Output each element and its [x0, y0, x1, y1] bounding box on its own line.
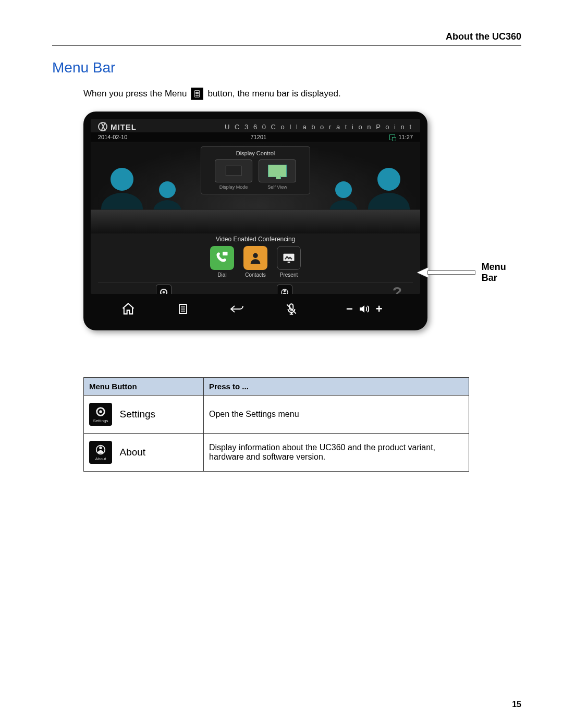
mic-mute-icon	[285, 302, 298, 316]
status-date: 2014-02-10	[98, 134, 127, 140]
conference-label: Video Enabled Conferencing	[91, 236, 420, 243]
hardware-nav: − +	[91, 294, 420, 317]
present-button[interactable]: Present	[277, 246, 301, 278]
display-control-panel: Display Control Display Mode Self View	[201, 146, 310, 194]
device-bezel: MITEL U C 3 6 0 C o l l a b o r a t i o …	[83, 112, 427, 330]
svg-rect-0	[223, 252, 227, 255]
product-name: U C 3 6 0 C o l l a b o r a t i o n P o …	[225, 123, 413, 131]
home-button[interactable]	[118, 301, 139, 317]
phone-icon	[215, 251, 229, 265]
table-header-col2: Press to ...	[204, 378, 469, 396]
self-view-button[interactable]: Self View	[259, 159, 296, 190]
table-row: Settings Settings Open the Settings menu	[84, 396, 469, 434]
svg-rect-2	[284, 254, 295, 261]
back-icon	[229, 302, 245, 316]
svg-point-7	[283, 290, 286, 292]
svg-point-1	[253, 253, 258, 258]
status-extension: 71201	[251, 134, 267, 140]
background-scene: Display Control Display Mode Self View	[91, 142, 420, 233]
speaker-icon	[357, 303, 372, 315]
monitor-icon	[226, 166, 241, 176]
volume-controls[interactable]: − +	[336, 301, 393, 317]
svg-point-17	[99, 446, 102, 449]
device-screen: MITEL U C 3 6 0 C o l l a b o r a t i o …	[91, 119, 420, 294]
volume-minus-icon: −	[346, 302, 353, 316]
person-icon	[248, 251, 263, 265]
mute-button[interactable]	[281, 301, 302, 317]
mitel-logo-icon	[98, 122, 107, 131]
action-row: Dial Contacts Present	[91, 246, 420, 278]
gear-icon	[159, 288, 168, 294]
about-icon	[280, 288, 289, 294]
device-figure: MITEL U C 3 6 0 C o l l a b o r a t i o …	[83, 112, 521, 330]
display-mode-button[interactable]: Display Mode	[215, 159, 252, 190]
callout-arrow-icon	[417, 270, 475, 275]
svg-point-5	[163, 291, 165, 294]
brand-text: MITEL	[111, 122, 137, 131]
table-row: About About Display information about th…	[84, 434, 469, 472]
present-icon	[282, 251, 296, 265]
menu-about-button[interactable]: About	[277, 285, 292, 294]
menu-button-icon	[191, 88, 203, 100]
status-time: 11:27	[398, 134, 413, 140]
dial-button[interactable]: Dial	[210, 246, 234, 278]
page-header: About the UC360	[52, 31, 521, 46]
back-button[interactable]	[227, 301, 248, 317]
table-header-col1: Menu Button	[84, 378, 204, 396]
svg-rect-3	[288, 262, 290, 263]
home-icon	[121, 302, 136, 316]
panel-title: Display Control	[205, 150, 305, 156]
intro-line: When you press the Menu button, the menu…	[83, 88, 521, 100]
menu-icon	[177, 302, 189, 316]
network-status-icon	[389, 134, 395, 140]
page-number: 15	[512, 700, 521, 709]
brand: MITEL	[98, 122, 137, 131]
menu-hw-button[interactable]	[173, 301, 193, 317]
self-view-icon	[268, 165, 287, 177]
intro-part2: button, the menu bar is displayed.	[207, 89, 340, 99]
callout-label: Menu Bar	[482, 262, 521, 283]
about-icon: About	[89, 441, 112, 464]
status-bar: 2014-02-10 71201 11:27	[91, 132, 420, 142]
intro-part1: When you press the Menu	[83, 89, 187, 99]
volume-plus-icon: +	[376, 302, 383, 316]
menu-bar: Settings About ?	[98, 282, 413, 294]
row-desc: Display information about the UC360 and …	[204, 434, 469, 472]
help-icon[interactable]: ?	[386, 282, 409, 294]
row-name: About	[119, 447, 145, 458]
row-desc: Open the Settings menu	[204, 396, 469, 434]
brand-row: MITEL U C 3 6 0 C o l l a b o r a t i o …	[91, 119, 420, 132]
menu-settings-button[interactable]: Settings	[155, 285, 173, 294]
menu-bar-callout: Menu Bar	[417, 262, 521, 283]
row-name: Settings	[119, 409, 155, 419]
contacts-button[interactable]: Contacts	[243, 246, 267, 278]
svg-point-15	[99, 410, 102, 413]
scene-floor	[91, 209, 420, 233]
header-title: About the UC360	[446, 31, 521, 42]
menu-button-table: Menu Button Press to ... Settings Settin…	[83, 377, 469, 472]
settings-icon: Settings	[89, 403, 112, 426]
section-title: Menu Bar	[52, 59, 521, 76]
